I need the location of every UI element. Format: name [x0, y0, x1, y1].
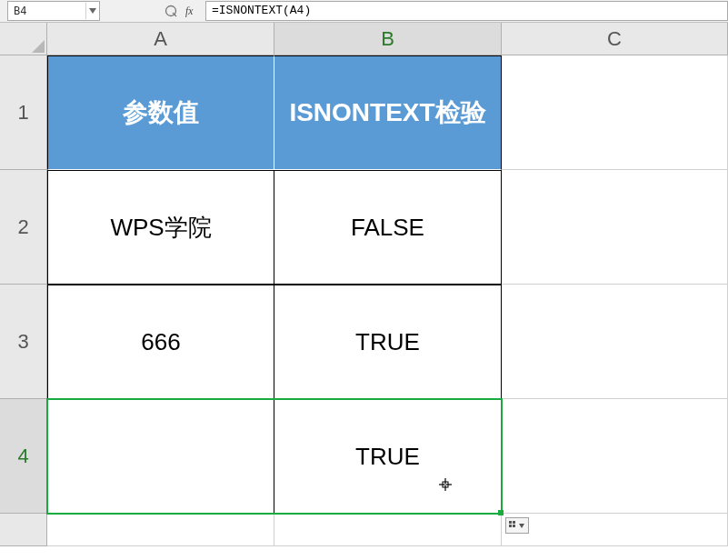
name-box-value: B4: [8, 3, 85, 19]
row-header-5[interactable]: [0, 514, 47, 546]
svg-text:fx: fx: [185, 5, 194, 17]
cell-B4[interactable]: TRUE: [274, 399, 502, 514]
cell-C3[interactable]: [502, 285, 728, 399]
cell-B3[interactable]: TRUE: [274, 285, 502, 399]
cell-B5[interactable]: [274, 514, 502, 546]
cell-A1[interactable]: 参数值: [47, 55, 274, 170]
select-all-corner[interactable]: [0, 23, 47, 55]
col-header-C[interactable]: C: [502, 23, 728, 55]
cell-B1[interactable]: ISNONTEXT检验: [274, 55, 502, 170]
column-headers: ABC: [47, 23, 728, 55]
col-header-A[interactable]: A: [47, 23, 274, 55]
svg-rect-3: [509, 521, 512, 524]
cell-C2[interactable]: [502, 170, 728, 285]
formula-input[interactable]: =ISNONTEXT(A4): [205, 1, 728, 21]
cell-A4[interactable]: [47, 399, 274, 514]
name-box[interactable]: B4: [7, 1, 100, 21]
cell-A3[interactable]: 666: [47, 285, 274, 399]
formula-bar-icons: fx: [164, 4, 200, 18]
cancel-icon[interactable]: [164, 4, 178, 18]
cell-C1[interactable]: [502, 55, 728, 170]
row-header-2[interactable]: 2: [0, 170, 47, 285]
row-header-1[interactable]: 1: [0, 55, 47, 170]
cells-grid[interactable]: 参数值ISNONTEXT检验WPS学院FALSE666TRUETRUE: [47, 55, 728, 546]
cell-A2[interactable]: WPS学院: [47, 170, 274, 285]
row-headers: 1234: [0, 55, 47, 546]
cell-B2[interactable]: FALSE: [274, 170, 502, 285]
spreadsheet: ABC 1234 参数值ISNONTEXT检验WPS学院FALSE666TRUE…: [0, 23, 728, 560]
svg-rect-6: [513, 525, 515, 527]
cell-A5[interactable]: [47, 514, 274, 546]
cell-C4[interactable]: [502, 399, 728, 514]
col-header-B[interactable]: B: [274, 23, 502, 55]
autofill-options-button[interactable]: [505, 517, 529, 534]
svg-rect-5: [509, 525, 512, 527]
row-header-4[interactable]: 4: [0, 399, 47, 514]
cell-C5[interactable]: [502, 514, 728, 546]
fx-icon[interactable]: fx: [185, 4, 200, 18]
name-box-dropdown[interactable]: [85, 3, 99, 19]
formula-bar: B4 fx =ISNONTEXT(A4): [0, 0, 728, 23]
svg-rect-4: [513, 521, 515, 524]
row-header-3[interactable]: 3: [0, 285, 47, 399]
